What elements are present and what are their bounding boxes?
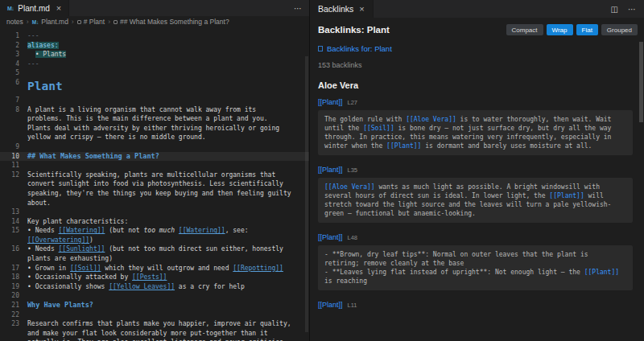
editor-line-content	[19, 68, 27, 78]
view-button-flat[interactable]: Flat	[576, 24, 598, 35]
wikilink[interactable]: [[Plant]]	[584, 269, 619, 276]
editor-line-content: Plants deal with adversity by either thr…	[19, 124, 279, 134]
editor-more-actions-icon[interactable]: ⋯	[287, 4, 309, 13]
wikilink[interactable]: [[Plant]]	[318, 301, 343, 309]
breadcrumb-item[interactable]: M↓Plant.md	[32, 18, 68, 26]
editor-line[interactable]: 7	[0, 96, 309, 105]
code-text: Why Have Plants?	[27, 301, 93, 309]
editor-line[interactable]: 18• Occasionally attacked by [[Pests]]	[0, 273, 309, 282]
editor-line[interactable]: 6Plant	[0, 78, 309, 96]
editor-line[interactable]: yellow and crispy — there is no middle g…	[0, 133, 309, 142]
editor-line[interactable]: 9	[0, 142, 309, 152]
line-number: 15	[0, 226, 19, 236]
editor-line[interactable]: plants are exhausting)	[0, 254, 309, 264]
editor-line[interactable]: 15• Needs [[Watering]] (but not too much…	[0, 226, 309, 236]
editor-line[interactable]: 5	[0, 68, 309, 78]
editor-line[interactable]: 21Why Have Plants?	[0, 301, 309, 310]
editor-scrollbar[interactable]	[305, 56, 308, 332]
line-number: 19	[0, 282, 19, 292]
wikilink[interactable]: [[Watering]]	[179, 227, 225, 234]
editor-line-content: speaking, they're the things you keep bu…	[19, 189, 291, 199]
tab-close-icon[interactable]: ×	[56, 3, 61, 13]
wikilink[interactable]: [[Sunlight]]	[59, 245, 105, 253]
backlink-ref-link[interactable]: [[Plant]]L48	[318, 233, 633, 241]
tab-backlinks[interactable]: Backlinks ×	[310, 0, 374, 18]
editor-line[interactable]: 8A plant is a living organism that canno…	[0, 105, 309, 115]
tab-plant-md[interactable]: M↓ Plant.md ×	[0, 0, 69, 16]
wikilink[interactable]: [[Overwatering]]	[27, 236, 89, 244]
editor-line[interactable]: [[Overwatering]])	[0, 236, 309, 245]
wikilink[interactable]: [[Plant]]	[549, 192, 584, 199]
editor-line[interactable]: 11	[0, 161, 309, 170]
editor-line[interactable]: 3 • Plants	[0, 50, 309, 60]
editor-line[interactable]: problems. This is the main difference be…	[0, 114, 309, 124]
line-number	[0, 254, 19, 264]
wikilink[interactable]: [[Yellow Leaves]]	[109, 283, 175, 290]
editor-line-content: actually is. They are also excellent lis…	[19, 338, 283, 341]
wikilink[interactable]: [[Repotting]]	[233, 265, 283, 272]
panel-tab-close-icon[interactable]: ×	[359, 4, 364, 14]
wikilink[interactable]: [[Plant]]	[318, 98, 343, 106]
line-number-badge: L11	[348, 302, 357, 309]
backlink-quote[interactable]: The golden rule with [[Aloe Vera]] is to…	[318, 110, 633, 155]
breadcrumb-item[interactable]: notes	[6, 18, 23, 26]
editor-line[interactable]: 20	[0, 291, 309, 301]
wikilink[interactable]: [[Pests]]	[132, 273, 167, 281]
backlink-ref-link[interactable]: [[Plant]]L35	[318, 166, 633, 174]
editor-line[interactable]: and make your flat look considerably mor…	[0, 329, 309, 339]
editor-line[interactable]: about.	[0, 199, 309, 208]
editor-line[interactable]: 16• Needs [[Sunlight]] (but not too much…	[0, 244, 309, 254]
backlink-quote[interactable]: [[Aloe Vera]] wants as much light as pos…	[318, 178, 633, 223]
line-number: 22	[0, 310, 19, 320]
panel-scrollbar[interactable]	[639, 42, 643, 122]
editor-line[interactable]: speaking, they're the things you keep bu…	[0, 189, 309, 199]
editor-line[interactable]: 19• Occasionally shows [[Yellow Leaves]]…	[0, 282, 309, 292]
line-number: 11	[0, 161, 19, 170]
split-editor-icon[interactable]: ◫	[611, 5, 618, 14]
wikilink[interactable]: [[Soil]]	[363, 125, 394, 132]
wikilink[interactable]: [[Aloe Vera]]	[324, 183, 375, 191]
backlinks-count: 153 backlinks	[318, 61, 633, 69]
quote-text: is dormant and barely uses moisture at a…	[421, 142, 592, 150]
wikilink[interactable]: [[Soil]]	[70, 265, 101, 272]
line-number: 14	[0, 217, 19, 227]
editor-line[interactable]: 12Scientifically speaking, plants are mu…	[0, 170, 309, 180]
editor-line[interactable]: 22	[0, 310, 309, 320]
editor-line[interactable]: 10## What Makes Something a Plant?	[0, 152, 309, 162]
view-button-compact[interactable]: Compact	[506, 24, 543, 35]
editor-line[interactable]: 4---	[0, 60, 309, 69]
editor-line[interactable]: 14Key plant characteristics:	[0, 217, 309, 227]
code-text: problems. This is the main difference be…	[27, 115, 268, 122]
wikilink[interactable]: [[Watering]]	[59, 227, 105, 234]
editor-line[interactable]: Plants deal with adversity by either thr…	[0, 124, 309, 134]
code-text: • Needs	[27, 245, 59, 253]
backlink-ref-link[interactable]: [[Plant]]L11	[318, 301, 633, 309]
editor-line-content	[19, 161, 27, 170]
editor-line[interactable]: 23Research confirms that plants make you…	[0, 319, 309, 329]
editor-line[interactable]: 2aliases:	[0, 41, 309, 51]
breadcrumb-label: ## What Makes Something a Plant?	[120, 18, 229, 26]
wikilink[interactable]: [[Plant]]	[386, 142, 421, 150]
breadcrumb-item[interactable]: # Plant	[77, 18, 105, 26]
backlink-quote[interactable]: - **Brown, dry leaf tips**: Normal on ou…	[318, 245, 633, 290]
wikilink[interactable]: [[Plant]]	[318, 166, 343, 174]
code-text: ## What Makes Something a Plant?	[27, 152, 159, 160]
view-button-wrap[interactable]: Wrap	[547, 24, 573, 35]
editor-line[interactable]: actually is. They are also excellent lis…	[0, 338, 309, 341]
wikilink[interactable]: [[Plant]]	[318, 233, 343, 241]
more-actions-icon[interactable]: ⋯	[628, 5, 636, 14]
code-text: and make your flat look considerably mor…	[27, 330, 268, 337]
wikilink[interactable]: [[Aloe Vera]]	[406, 116, 456, 123]
backlink-ref-link[interactable]: [[Plant]]L27	[318, 98, 633, 106]
line-number-badge: L48	[348, 234, 358, 241]
backlinks-body: Backlinks for: Plant 153 backlinks Aloe …	[310, 39, 644, 341]
editor-line[interactable]: 17• Grown in [[Soil]] which they will ou…	[0, 264, 309, 273]
text-editor[interactable]: 1---2aliases:3 • Plants4---56Plant78A pl…	[0, 27, 309, 341]
symbol-icon	[77, 20, 81, 24]
editor-line[interactable]: 13	[0, 207, 309, 217]
editor-line[interactable]: convert sunlight into food via photosynt…	[0, 179, 309, 189]
backlinks-root-link[interactable]: Backlinks for: Plant	[318, 44, 633, 53]
editor-line[interactable]: 1---	[0, 31, 309, 41]
view-button-grouped[interactable]: Grouped	[601, 24, 638, 35]
breadcrumb-item[interactable]: ## What Makes Something a Plant?	[114, 18, 229, 26]
